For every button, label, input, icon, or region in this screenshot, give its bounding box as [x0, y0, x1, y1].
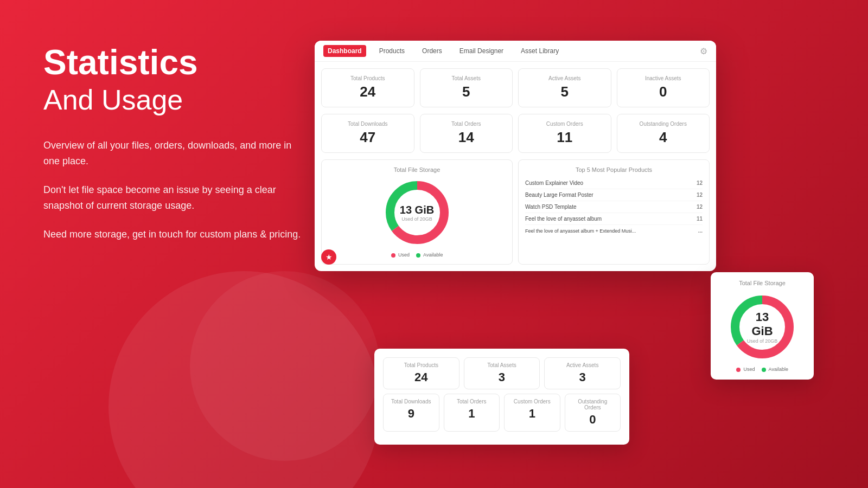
- sec-label-total-products: Total Products: [390, 362, 452, 368]
- product-count-1: 12: [697, 180, 703, 186]
- stat-custom-orders-label: Custom Orders: [527, 121, 602, 127]
- stat-total-products: Total Products 24: [321, 68, 414, 107]
- storage-card: Total File Storage 13 GiB Used of 20GB: [321, 159, 513, 265]
- secondary-stats-row-2: Total Downloads 9 Total Orders 1 Custom …: [383, 394, 621, 432]
- stat-total-downloads: Total Downloads 47: [321, 114, 414, 153]
- stat-inactive-assets: Inactive Assets 0: [617, 68, 710, 107]
- stat-total-products-label: Total Products: [330, 75, 405, 81]
- floating-storage-title: Total File Storage: [718, 280, 806, 286]
- stat-inactive-assets-label: Inactive Assets: [626, 75, 701, 81]
- sec-stat-total-orders: Total Orders 1: [444, 394, 500, 432]
- floating-storage-card: Total File Storage 13 GiB Used of 20GB U…: [711, 272, 814, 380]
- bg-circle-2: [190, 271, 380, 461]
- stat-active-assets-label: Active Assets: [527, 75, 602, 81]
- sec-value-total-products: 24: [390, 370, 452, 384]
- description-1: Overview of all your files, orders, down…: [43, 138, 304, 169]
- nav-email-designer[interactable]: Email Designer: [455, 45, 508, 57]
- stat-outstanding-orders: Outstanding Orders 4: [617, 114, 710, 153]
- product-row-4: Feel the love of anyasset album 11: [525, 213, 703, 225]
- product-row-1: Custom Explainer Video 12: [525, 177, 703, 189]
- donut-chart: 13 GiB Used of 20GB: [382, 177, 452, 248]
- floating-legend-available: Available: [762, 367, 788, 372]
- legend-available: Available: [416, 252, 443, 258]
- product-row-2: Beauty Large Format Poster 12: [525, 189, 703, 201]
- storage-used-label: 13 GiB: [400, 204, 434, 216]
- stat-total-orders-label: Total Orders: [429, 121, 504, 127]
- stat-active-assets-value: 5: [527, 84, 602, 100]
- stat-total-downloads-label: Total Downloads: [330, 121, 405, 127]
- gear-icon[interactable]: ⚙: [700, 46, 707, 56]
- floating-used-dot: [736, 368, 741, 372]
- storage-title: Total File Storage: [328, 166, 506, 173]
- storage-used-sub: Used of 20GB: [400, 216, 434, 222]
- product-row-3: Watch PSD Template 12: [525, 201, 703, 213]
- floating-storage-legend: Used Available: [718, 367, 806, 372]
- floating-available-dot: [762, 368, 766, 372]
- stat-active-assets: Active Assets 5: [518, 68, 611, 107]
- stats-row-1: Total Products 24 Total Assets 5 Active …: [315, 62, 716, 114]
- popular-products-title: Top 5 Most Popular Products: [525, 166, 703, 173]
- product-count-4: 11: [697, 216, 703, 222]
- nav-bar: Dashboard Products Orders Email Designer…: [315, 41, 716, 62]
- storage-legend: Used Available: [328, 252, 506, 258]
- sec-value-total-assets: 3: [471, 370, 533, 384]
- product-name-2: Beauty Large Format Poster: [525, 192, 593, 198]
- sec-stat-outstanding-orders: Outstanding Orders 0: [565, 394, 621, 432]
- sec-label-total-orders: Total Orders: [451, 399, 493, 404]
- description-3: Need more storage, get in touch for cust…: [43, 227, 304, 242]
- floating-storage-used-sub: Used of 20GB: [745, 338, 780, 344]
- used-dot: [391, 253, 395, 258]
- product-name-3: Watch PSD Template: [525, 204, 576, 210]
- sec-label-total-downloads: Total Downloads: [390, 399, 432, 404]
- stat-custom-orders-value: 11: [527, 129, 602, 146]
- page-title: Statistics: [43, 43, 304, 81]
- sec-value-total-orders: 1: [451, 407, 493, 421]
- product-name-4: Feel the love of anyasset album: [525, 216, 602, 222]
- page-subtitle: And Usage: [43, 84, 304, 116]
- floating-storage-used-label: 13 GiB: [745, 310, 780, 338]
- sec-value-outstanding-orders: 0: [572, 413, 614, 427]
- floating-donut-chart: 13 GiB Used of 20GB: [727, 292, 797, 362]
- sec-stat-active-assets: Active Assets 3: [544, 357, 621, 389]
- nav-dashboard[interactable]: Dashboard: [323, 45, 366, 57]
- donut-center: 13 GiB Used of 20GB: [400, 204, 434, 222]
- left-panel: Statistics And Usage Overview of all you…: [43, 43, 304, 255]
- legend-used: Used: [391, 252, 410, 258]
- sec-stat-custom-orders: Custom Orders 1: [504, 394, 560, 432]
- sec-value-total-downloads: 9: [390, 407, 432, 421]
- stat-total-products-value: 24: [330, 84, 405, 100]
- stat-total-downloads-value: 47: [330, 129, 405, 146]
- product-name-1: Custom Explainer Video: [525, 180, 583, 186]
- product-row-5: Feel the love of anyasset album + Extend…: [525, 225, 703, 236]
- stat-total-assets-label: Total Assets: [429, 75, 504, 81]
- nav-products[interactable]: Products: [375, 45, 409, 57]
- sec-stat-total-downloads: Total Downloads 9: [383, 394, 439, 432]
- nav-asset-library[interactable]: Asset Library: [516, 45, 563, 57]
- bottom-section: Total File Storage 13 GiB Used of 20GB: [315, 159, 716, 271]
- secondary-stats-row-1: Total Products 24 Total Assets 3 Active …: [383, 357, 621, 389]
- product-name-5: Feel the love of anyasset album + Extend…: [525, 228, 636, 234]
- stats-row-2: Total Downloads 47 Total Orders 14 Custo…: [315, 114, 716, 159]
- floating-legend-used: Used: [736, 367, 755, 372]
- popular-products-card: Top 5 Most Popular Products Custom Expla…: [518, 159, 710, 265]
- stat-total-assets: Total Assets 5: [420, 68, 513, 107]
- star-button[interactable]: ★: [321, 249, 336, 265]
- sec-value-active-assets: 3: [551, 370, 614, 384]
- product-count-5: ...: [698, 228, 703, 234]
- sec-label-active-assets: Active Assets: [551, 362, 614, 368]
- stat-total-orders-value: 14: [429, 129, 504, 146]
- secondary-stats-card: Total Products 24 Total Assets 3 Active …: [374, 349, 629, 445]
- stat-custom-orders: Custom Orders 11: [518, 114, 611, 153]
- sec-stat-total-products: Total Products 24: [383, 357, 459, 389]
- stat-total-orders: Total Orders 14: [420, 114, 513, 153]
- sec-value-custom-orders: 1: [511, 407, 553, 421]
- nav-orders[interactable]: Orders: [418, 45, 446, 57]
- sec-label-total-assets: Total Assets: [471, 362, 533, 368]
- stat-total-assets-value: 5: [429, 84, 504, 100]
- product-count-2: 12: [697, 192, 703, 198]
- description-2: Don't let file space become an issue by …: [43, 182, 304, 214]
- dashboard-window: Dashboard Products Orders Email Designer…: [315, 41, 716, 271]
- stat-outstanding-orders-value: 4: [626, 129, 701, 146]
- product-count-3: 12: [697, 204, 703, 210]
- floating-donut-center: 13 GiB Used of 20GB: [745, 310, 780, 344]
